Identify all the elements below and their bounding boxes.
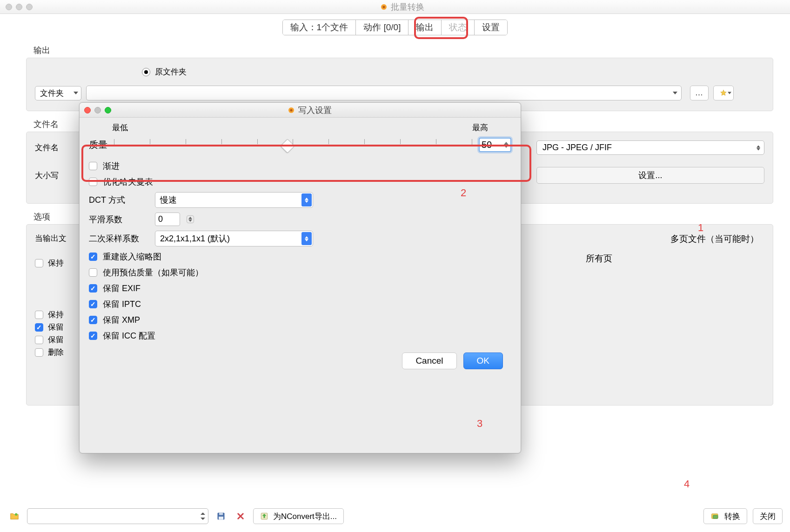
folder-open-icon	[9, 511, 20, 521]
delete-label: 删除	[48, 347, 64, 358]
dct-value: 慢速	[160, 195, 177, 205]
main-window-title: 批量转换	[20, 1, 784, 13]
smoothing-input[interactable]	[155, 213, 180, 226]
original-folder-label: 原文件夹	[155, 66, 187, 77]
quality-step-down[interactable]	[504, 145, 509, 148]
export-icon	[260, 512, 268, 520]
dialog-title: 写入设置	[103, 105, 516, 116]
progressive-label: 渐进	[103, 160, 120, 172]
format-settings-button[interactable]: 设置...	[536, 167, 764, 184]
preserve-label-4: 保留	[48, 334, 64, 345]
estimated-quality-label: 使用预估质量（如果可能）	[103, 267, 203, 278]
preserve-label-2: 保持	[48, 309, 64, 320]
tab-input[interactable]: 输入：1个文件	[283, 20, 356, 35]
quality-step-up[interactable]	[504, 142, 509, 145]
bottom-toolbar: 为NConvert导出... 转换 关闭	[7, 507, 783, 525]
quality-label: 质量	[89, 139, 107, 151]
estimated-quality-checkbox[interactable]	[89, 268, 97, 277]
subsampling-value: 2x2,1x1,1x1 (默认)	[160, 234, 230, 243]
tab-actions[interactable]: 动作 [0/0]	[356, 20, 408, 35]
dct-select[interactable]: 慢速	[155, 192, 313, 208]
keep-xmp-checkbox[interactable]	[89, 316, 97, 324]
tabs-segment: 输入：1个文件 动作 [0/0] 输出 状态 设置	[0, 14, 790, 37]
annotation-number-1: 1	[698, 222, 703, 234]
annotation-number-3: 3	[477, 418, 482, 430]
svg-point-1	[382, 6, 385, 8]
save-icon	[216, 512, 226, 521]
window-title-text: 批量转换	[391, 1, 424, 13]
keep-xmp-label: 保留 XMP	[103, 314, 140, 326]
subsampling-label: 二次采样系数	[89, 233, 149, 244]
allpages-label: 所有页	[586, 253, 612, 265]
convert-icon	[710, 512, 720, 520]
rebuild-thumbnail-checkbox[interactable]	[89, 253, 97, 261]
format-select[interactable]: JPG - JPEG / JFIF	[536, 140, 764, 155]
annotation-number-4: 4	[684, 478, 690, 490]
favorite-folder-button[interactable]	[713, 86, 734, 100]
quality-highest-label: 最高	[472, 122, 488, 133]
preserve-checkbox-4[interactable]	[35, 336, 43, 344]
app-icon	[380, 3, 388, 11]
annotation-number-2: 2	[461, 187, 466, 199]
progressive-checkbox[interactable]	[89, 162, 97, 170]
keep-iptc-checkbox[interactable]	[89, 300, 97, 308]
export-nconvert-label: 为NConvert导出...	[273, 511, 337, 522]
quality-spinner[interactable]	[479, 138, 511, 152]
delete-preset-button[interactable]	[234, 509, 248, 523]
original-folder-radio[interactable]	[142, 68, 150, 76]
preserve-checkbox-3[interactable]	[35, 323, 43, 332]
filename-label: 文件名	[35, 142, 72, 153]
svg-rect-8	[713, 515, 718, 519]
open-folder-button[interactable]	[7, 509, 21, 523]
save-preset-button[interactable]	[214, 509, 228, 523]
close-x-icon	[236, 512, 245, 520]
subsampling-select[interactable]: 2x2,1x1,1x1 (默认)	[155, 231, 313, 246]
svg-point-2	[15, 513, 17, 516]
folder-mode-select[interactable]: 文件夹	[35, 86, 81, 100]
smoothing-label: 平滑系数	[89, 214, 149, 225]
dialog-close-icon[interactable]	[84, 107, 91, 113]
ok-button[interactable]: OK	[463, 352, 503, 369]
preserve-checkbox-1[interactable]	[35, 259, 43, 267]
write-settings-dialog: 写入设置 最低 最高 质量 渐进 优化哈夫曼表 DC	[79, 102, 521, 453]
tab-output[interactable]: 输出	[408, 20, 442, 35]
dct-label: DCT 方式	[89, 194, 149, 206]
keep-exif-label: 保留 EXIF	[103, 283, 141, 294]
close-button[interactable]: 关闭	[753, 508, 783, 524]
preserve-label-1: 保持	[48, 258, 64, 268]
optimize-huffman-checkbox[interactable]	[89, 178, 97, 186]
preserve-label-3: 保留	[48, 322, 64, 332]
delete-checkbox[interactable]	[35, 348, 43, 357]
rebuild-thumbnail-label: 重建嵌入缩略图	[103, 251, 161, 262]
when-output-exists-label: 当输出文	[35, 233, 67, 244]
quality-value-input[interactable]	[482, 140, 502, 150]
smoothing-stepper[interactable]	[187, 215, 194, 223]
output-group-label: 输出	[33, 45, 783, 56]
dialog-title-text: 写入设置	[298, 105, 332, 116]
browse-folder-button[interactable]: ...	[690, 86, 709, 100]
star-icon	[720, 89, 727, 97]
cancel-button[interactable]: Cancel	[402, 352, 456, 369]
svg-rect-4	[219, 513, 223, 515]
svg-point-10	[290, 109, 292, 111]
keep-iptc-label: 保留 IPTC	[103, 299, 141, 310]
keep-icc-checkbox[interactable]	[89, 332, 97, 340]
case-label: 大小写	[35, 170, 72, 181]
convert-label: 转换	[724, 511, 740, 522]
convert-button[interactable]: 转换	[703, 508, 747, 524]
quality-slider[interactable]	[114, 139, 472, 151]
format-select-value: JPG - JPEG / JFIF	[542, 143, 612, 152]
tab-settings[interactable]: 设置	[475, 20, 507, 35]
dialog-minimize-icon	[94, 107, 101, 113]
preset-combo[interactable]	[27, 508, 208, 524]
multipage-label: 多页文件（当可能时）	[670, 233, 759, 245]
folder-path-combo[interactable]	[86, 86, 682, 100]
keep-exif-checkbox[interactable]	[89, 284, 97, 293]
optimize-huffman-label: 优化哈夫曼表	[103, 176, 153, 187]
keep-icc-label: 保留 ICC 配置	[103, 330, 155, 341]
preserve-checkbox-2[interactable]	[35, 311, 43, 319]
export-nconvert-button[interactable]: 为NConvert导出...	[253, 508, 344, 524]
close-window-icon[interactable]	[6, 4, 12, 10]
dialog-titlebar: 写入设置	[80, 103, 521, 118]
svg-rect-5	[219, 517, 223, 520]
